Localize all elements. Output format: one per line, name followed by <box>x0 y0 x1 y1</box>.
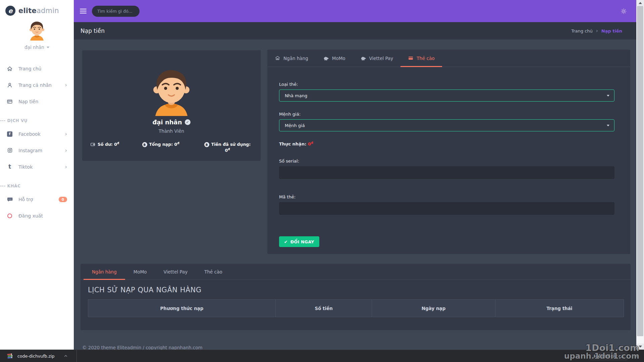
sidebar-item-support[interactable]: Hỗ trợ 0 <box>0 191 74 207</box>
download-filename[interactable]: code-dichvufb.zip <box>17 354 54 359</box>
sidebar-item-label: Trang chủ <box>18 66 41 71</box>
download-menu-button[interactable] <box>64 354 68 358</box>
stat-used: ฿ Tiền đã sử dụng: 0đ <box>202 142 253 153</box>
serial-label: Số serial: <box>279 159 619 164</box>
tiktok-icon: t <box>7 164 13 170</box>
support-count-badge: 0 <box>59 197 67 202</box>
tab-card[interactable]: Thẻ cào <box>400 50 442 67</box>
triangle-up-icon <box>639 2 642 4</box>
history-tab-viettelpay[interactable]: Viettel Pay <box>155 264 196 280</box>
denomination-select[interactable]: Mệnh giá <box>279 119 614 131</box>
close-icon[interactable]: × <box>634 353 639 359</box>
show-all-downloads-button[interactable]: Hiển thị tất cả <box>590 352 628 361</box>
deposit-card: Ngân hàng MoMo Viettel Pay Thẻ cào Loại … <box>267 50 630 254</box>
history-table: Phương thức nạp Số tiền Ngày nạp Trạng t… <box>88 299 624 317</box>
brand-name: eliteadmin <box>18 7 59 15</box>
sidebar-item-instagram[interactable]: Instagram › <box>0 142 74 159</box>
profile-role: Thành Viên <box>82 128 261 134</box>
credit-card-icon <box>408 55 414 61</box>
history-tab-momo[interactable]: MoMo <box>125 264 155 280</box>
piggy-bank-icon <box>360 55 366 61</box>
sidebar-item-label: Nạp tiền <box>18 99 38 104</box>
downloads-bar: code-dichvufb.zip Hiển thị tất cả × <box>0 350 644 362</box>
chevron-up-icon <box>64 354 68 358</box>
winrar-file-icon <box>7 353 13 359</box>
bank-icon <box>275 55 280 61</box>
brand-logo-icon: e <box>5 6 15 16</box>
receive-amount: Thực nhận: 0đ <box>279 141 619 146</box>
chevron-right-icon: › <box>65 164 67 170</box>
sidebar-item-home[interactable]: Trang chủ <box>0 60 74 77</box>
scrollbar[interactable] <box>636 0 644 350</box>
chevron-right-icon: › <box>65 131 67 137</box>
topbar <box>74 0 636 22</box>
divider <box>76 350 77 362</box>
column-header: Phương thức nạp <box>88 300 276 317</box>
scroll-down-button[interactable] <box>636 344 644 350</box>
denomination-label: Mệnh giá: <box>279 112 619 117</box>
sidebar-item-label: Hỗ trợ <box>18 197 33 202</box>
settings-button[interactable] <box>621 8 627 14</box>
triangle-down-icon <box>639 346 642 348</box>
gear-icon <box>621 8 627 14</box>
sidebar-item-logout[interactable]: Đăng xuất <box>0 207 74 224</box>
user-icon <box>7 82 13 88</box>
column-header: Số tiền <box>275 300 372 317</box>
card-code-label: Mã thẻ: <box>279 194 619 199</box>
piggy-bank-icon <box>323 55 329 61</box>
credit-card-icon <box>7 99 13 105</box>
sidebar-item-label: Tiktok <box>18 164 33 170</box>
sidebar-item-label: Trang cá nhân <box>18 82 52 88</box>
tab-momo[interactable]: MoMo <box>316 50 353 67</box>
history-tabs: Ngân hàng MoMo Viettel Pay Thẻ cào <box>80 264 631 280</box>
chevron-down-icon <box>47 47 49 48</box>
column-header: Trạng thái <box>495 300 624 317</box>
serial-input[interactable] <box>279 166 614 179</box>
submit-button[interactable]: ✔ ĐỔI NGAY <box>279 236 319 247</box>
page-header: Nạp tiền Trang chủ › Nạp tiền <box>74 22 636 40</box>
instagram-icon <box>7 147 13 153</box>
sidebar-user-name: đại nhân <box>24 45 44 50</box>
coin-icon: ฿ <box>204 142 209 147</box>
profile-card: đại nhân ✓ Thành Viên Số dư: 0đ ฿ Tổng n… <box>82 50 261 161</box>
coin-icon: ฿ <box>142 142 147 147</box>
card-code-input[interactable] <box>279 202 614 215</box>
chevron-right-icon: › <box>596 28 598 34</box>
card-type-value: Nhà mạng <box>285 93 307 98</box>
sidebar-avatar[interactable] <box>26 20 47 41</box>
page-title: Nạp tiền <box>80 27 105 34</box>
history-title: LỊCH SỬ NẠP QUA NGÂN HÀNG <box>88 286 631 294</box>
breadcrumb-home[interactable]: Trang chủ <box>571 28 593 34</box>
brand-logo[interactable]: e eliteadmin <box>0 0 74 16</box>
logout-icon <box>7 214 13 218</box>
sidebar-section-other: --- KHÁC <box>0 184 74 188</box>
scroll-up-button[interactable] <box>636 0 644 6</box>
search-input[interactable] <box>97 9 134 14</box>
chevron-right-icon: › <box>65 82 67 88</box>
sidebar-item-facebook[interactable]: f Facebook › <box>0 126 74 142</box>
history-card: Ngân hàng MoMo Viettel Pay Thẻ cào LỊCH … <box>80 264 631 330</box>
sidebar-user-dropdown[interactable]: đại nhân <box>24 45 49 50</box>
tab-bank[interactable]: Ngân hàng <box>267 50 316 67</box>
wallet-icon <box>90 142 96 147</box>
chevron-right-icon: › <box>65 148 67 153</box>
sidebar-item-label: Facebook <box>18 131 41 137</box>
scrollbar-thumb[interactable] <box>637 6 643 336</box>
history-tab-card[interactable]: Thẻ cào <box>196 264 230 280</box>
profile-name: đại nhân <box>152 119 182 126</box>
sidebar-item-profile[interactable]: Trang cá nhân › <box>0 77 74 93</box>
sidebar-section-services: --- DỊCH VỤ <box>0 118 74 123</box>
sidebar-item-label: Instagram <box>18 148 42 153</box>
history-tab-bank[interactable]: Ngân hàng <box>84 264 125 280</box>
column-header: Ngày nạp <box>372 300 495 317</box>
sidebar-item-tiktok[interactable]: t Tiktok › <box>0 159 74 175</box>
card-type-select[interactable]: Nhà mạng <box>279 89 614 102</box>
menu-icon[interactable] <box>80 9 87 13</box>
breadcrumb: Trang chủ › Nạp tiền <box>571 28 622 34</box>
card-type-label: Loại thẻ: <box>279 82 619 87</box>
sidebar: e eliteadmin đại nhân Trang chủ Trang cá… <box>0 0 74 350</box>
profile-avatar <box>146 66 197 116</box>
breadcrumb-current: Nạp tiền <box>601 28 622 34</box>
sidebar-item-deposit[interactable]: Nạp tiền <box>0 93 74 110</box>
tab-viettelpay[interactable]: Viettel Pay <box>353 50 401 67</box>
